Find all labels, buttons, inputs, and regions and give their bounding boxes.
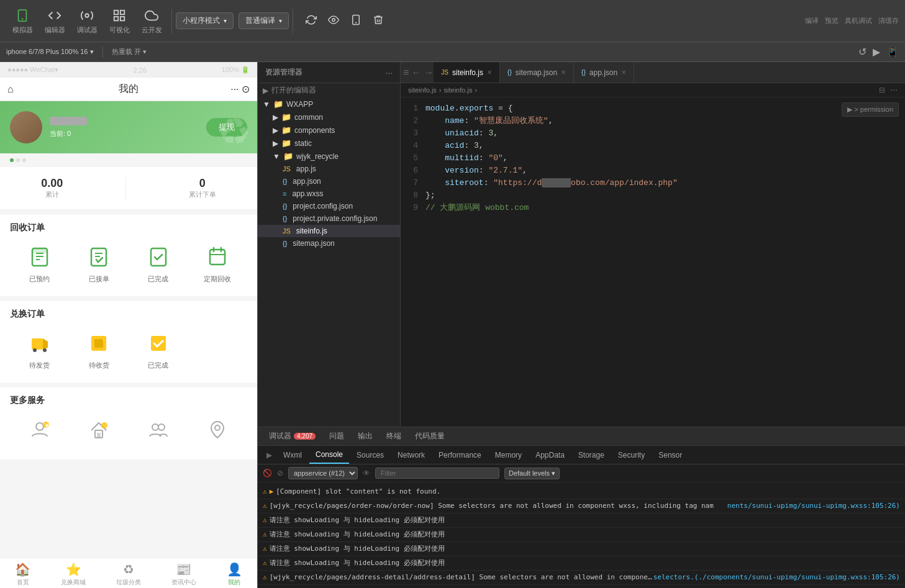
exchange-orders-section: 兑换订单 待发货 待收货 (0, 301, 257, 382)
tabs-forward-icon[interactable]: → (424, 67, 434, 78)
play-icon[interactable]: ▶ (873, 46, 880, 58)
console-tab-wxml[interactable]: Wxml (277, 446, 308, 464)
console-tab-sources[interactable]: Sources (350, 446, 390, 464)
device-selector[interactable]: iphone 6/7/8 Plus 100% 16 ▾ (6, 48, 94, 56)
phone-more-btn[interactable]: ··· ⊙ (230, 83, 250, 95)
tab-appjson-close[interactable]: ✕ (621, 69, 626, 76)
tree-appjson[interactable]: {} app.json (258, 175, 400, 188)
tree-appwxss[interactable]: ≡ app.wxss (258, 188, 400, 200)
tree-siteinfo[interactable]: JS siteinfo.js (258, 225, 400, 237)
toolbar-simulator[interactable]: 模拟器 (11, 7, 34, 35)
order-completed[interactable]: 已完成 (129, 238, 188, 289)
tree-sitemap[interactable]: {} sitemap.json (258, 237, 400, 250)
preview-btn[interactable] (325, 13, 342, 29)
log-line-5: ⚠ 请注意 showLoading 与 hideLoading 必须配对使用 (258, 542, 905, 556)
console-clear-icon[interactable]: 🚫 (263, 469, 272, 477)
phone-back-btn[interactable]: ⌂ (7, 84, 14, 95)
service-location[interactable] (188, 411, 248, 452)
tab-siteinfo[interactable]: JS siteinfo.js ✕ (434, 62, 500, 83)
nav-home[interactable]: 🏠 首页 (15, 562, 30, 587)
console-eye-icon[interactable]: 👁 (363, 469, 370, 477)
tab-siteinfo-close[interactable]: ✕ (487, 69, 492, 76)
tabs-back-icon[interactable]: ← (411, 67, 421, 78)
split-editor-icon[interactable]: ⊟ (879, 86, 885, 94)
console-tab-console[interactable]: Console (309, 446, 349, 464)
tree-open-editors[interactable]: ▶ 打开的编辑器 (258, 83, 400, 97)
compile-btn[interactable] (303, 13, 319, 29)
phone-signal: ●●●●● WeChat▾ (7, 66, 58, 74)
toolbar-editor[interactable]: 编辑器 (43, 7, 66, 35)
wxml-label: Wxml (283, 451, 302, 459)
console-stop-icon[interactable]: ⊘ (277, 469, 283, 477)
nav-mall[interactable]: ⭐ 兑换商城 (61, 562, 86, 587)
expand-icon[interactable]: ▶ (847, 106, 852, 113)
tree-components[interactable]: ▶ 📁 components (258, 124, 400, 137)
debug-tab-devtools[interactable]: 调试器 4,207 (263, 427, 322, 445)
exchange-completed-icon (145, 330, 172, 357)
service-user[interactable]: ★ (10, 411, 70, 452)
console-tab-performance[interactable]: Performance (432, 446, 488, 464)
code-line-4: 4 acid: 3, (401, 140, 905, 152)
console-tab-security[interactable]: Security (612, 446, 651, 464)
log-link-2[interactable]: nents/sunui-upimg/sunui-upimg.wxss:105:2… (727, 500, 900, 512)
service-home[interactable] (70, 411, 129, 452)
real-debug-btn[interactable] (348, 13, 364, 29)
debug-tab-terminal[interactable]: 终端 (380, 427, 407, 445)
log-text-1: [Component] slot "content" is not found. (276, 486, 900, 497)
more-services-section: 更多服务 ★ (0, 387, 257, 459)
more-actions-icon[interactable]: ⋯ (890, 86, 898, 94)
tab-sitemap-close[interactable]: ✕ (561, 69, 566, 76)
console-tab-sensor[interactable]: Sensor (652, 446, 688, 464)
clear-cache-btn[interactable] (370, 13, 386, 29)
debug-tab-problems[interactable]: 问题 (323, 427, 350, 445)
tabs-collapse-icon[interactable]: ≡ (403, 67, 409, 78)
console-tab-appdata[interactable]: AppData (529, 446, 571, 464)
debug-tab-quality[interactable]: 代码质量 (409, 427, 451, 445)
refresh-icon[interactable]: ↺ (858, 46, 866, 58)
nav-news[interactable]: 📰 资讯中心 (171, 562, 196, 587)
appjs-label: app.js (296, 165, 316, 173)
simulator-label: 模拟器 (12, 25, 33, 35)
toolbar-visualize[interactable]: 可视化 (108, 7, 130, 35)
debug-tab-output[interactable]: 输出 (352, 427, 379, 445)
debug-tab-quality-label: 代码质量 (415, 431, 445, 441)
nav-mine[interactable]: 👤 我的 (227, 562, 242, 587)
mode-select[interactable]: 小程序模式 (176, 12, 234, 29)
code-content[interactable]: ▶ > permission 1 module.exports = { 2 na… (401, 97, 905, 427)
hot-reload-toggle[interactable]: 热重载 开 ▾ (112, 47, 147, 57)
console-service-select[interactable]: appservice (#12) (288, 467, 358, 479)
log-link-7[interactable]: selectors.(./components/sunui-upimg/sunu… (653, 572, 900, 583)
service-group[interactable] (129, 411, 188, 452)
tree-wxapp[interactable]: ▼ 📁 WXAPP (258, 97, 400, 111)
exchange-completed[interactable]: 已完成 (129, 325, 188, 375)
tree-common[interactable]: ▶ 📁 common (258, 111, 400, 124)
tab-appjson[interactable]: {} app.json ✕ (574, 62, 634, 83)
tree-projectprivate[interactable]: {} project.private.config.json (258, 212, 400, 225)
console-level-select[interactable]: Default levels ▾ (504, 468, 560, 479)
order-reserved[interactable]: 已预约 (10, 238, 70, 289)
compile-select[interactable]: 普通编译 (239, 12, 289, 29)
console-tab-storage[interactable]: Storage (572, 446, 611, 464)
editor-breadcrumb: siteinfo.js › siteinfo.js › ⊟ ⋯ (401, 83, 905, 97)
exchange-pending-receive[interactable]: 待收货 (70, 325, 129, 375)
tab-sitemap[interactable]: {} sitemap.json ✕ (500, 62, 574, 83)
open-editors-arrow: ▶ (263, 86, 268, 95)
nav-recycle[interactable]: ♻ 垃圾分类 (116, 562, 141, 587)
order-periodic[interactable]: 定期回收 (188, 238, 248, 289)
console-tab-network[interactable]: Network (391, 446, 431, 464)
tree-wjyk[interactable]: ▼ 📁 wjyk_recycle (258, 150, 400, 163)
console-tab-memory[interactable]: Memory (489, 446, 528, 464)
open-editors-label: 打开的编辑器 (271, 85, 316, 96)
tree-static[interactable]: ▶ 📁 static (258, 137, 400, 150)
tree-appjs[interactable]: JS app.js (258, 163, 400, 175)
explorer-more-icon[interactable]: ··· (385, 68, 393, 78)
exchange-pending-ship[interactable]: 待发货 (10, 325, 70, 375)
console-expand-icon[interactable]: ▶ (263, 451, 276, 459)
toolbar-debug[interactable]: 调试器 (76, 7, 98, 35)
tree-projectconfig[interactable]: {} project.config.json (258, 200, 400, 212)
toolbar-cloud[interactable]: 云开发 (140, 7, 163, 35)
console-filter-input[interactable] (375, 468, 499, 479)
service-group-icon (145, 416, 172, 443)
device-icon[interactable]: 📱 (886, 46, 899, 58)
order-accepted[interactable]: 已接单 (70, 238, 129, 289)
